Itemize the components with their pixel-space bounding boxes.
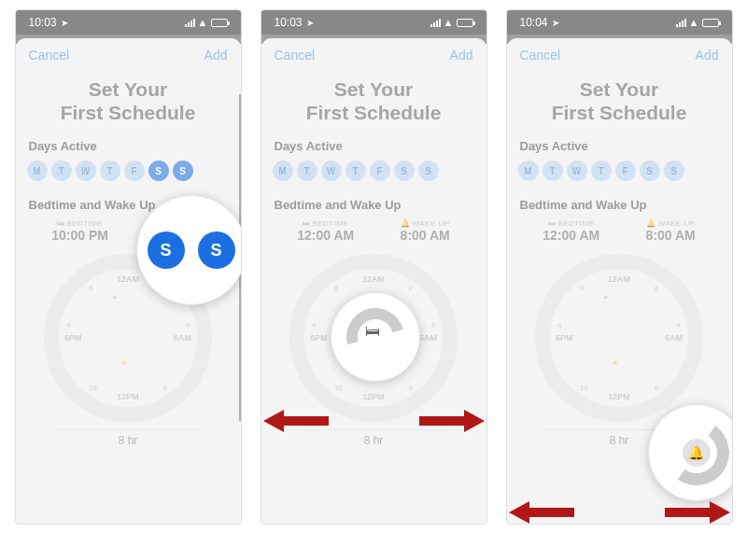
signal-icon — [430, 19, 441, 27]
wifi-icon: ▲ — [444, 17, 454, 28]
status-bar: 10:03 ➤ ▲ — [16, 10, 241, 35]
phone-panel-1: 10:03 ➤ ▲ Cancel Add Set Your First Sche… — [15, 9, 242, 525]
day-wed[interactable]: W — [76, 161, 96, 181]
drag-arrows — [507, 501, 732, 524]
sparkle-icon: ✦ — [602, 293, 610, 302]
day-mon[interactable]: M — [273, 161, 293, 181]
battery-icon — [211, 19, 228, 27]
day-thu[interactable]: T — [591, 161, 612, 181]
duration-label: 8 hr — [299, 429, 449, 451]
day-wed[interactable]: W — [567, 161, 587, 181]
bedtime-section-label: Bedtime and Wake Up — [261, 198, 486, 219]
wakeup-label: 🔔WAKE UP — [646, 219, 696, 228]
bedtime-label: 🛏BEDTIME — [51, 219, 108, 228]
cancel-button[interactable]: Cancel — [29, 48, 70, 63]
sheet: Cancel Add Set Your First Schedule Days … — [261, 38, 486, 524]
bell-icon: 🔔 — [646, 219, 656, 228]
status-time: 10:04 — [520, 16, 548, 29]
day-mon[interactable]: M — [518, 161, 539, 181]
day-sun[interactable]: S — [173, 161, 193, 181]
wifi-icon: ▲ — [198, 17, 208, 28]
days-row: M T W T F S S — [16, 161, 241, 198]
add-button[interactable]: Add — [696, 48, 719, 63]
day-sat[interactable]: S — [148, 161, 169, 181]
bedtime-label: 🛏BEDTIME — [297, 219, 354, 228]
svg-marker-2 — [509, 501, 574, 524]
sleep-clock[interactable]: 12AM 6AM 12PM 6PM 2481084 ✦ ☀ — [535, 254, 703, 422]
days-active-label: Days Active — [261, 139, 486, 161]
sun-icon: ☀ — [120, 358, 128, 368]
status-bar: 10:04 ➤ ▲ — [507, 10, 732, 35]
day-fri[interactable]: F — [370, 161, 390, 181]
add-button[interactable]: Add — [204, 48, 228, 63]
sparkle-icon: ✦ — [111, 293, 119, 302]
bedtime-value: 12:00 AM — [297, 228, 354, 243]
days-active-label: Days Active — [16, 139, 241, 161]
magnifier-wakeup-handle: 🔔 — [648, 404, 733, 501]
wakeup-label: 🔔WAKE UP — [401, 219, 450, 228]
day-sat[interactable]: S — [640, 161, 660, 181]
day-tue[interactable]: T — [51, 161, 72, 181]
day-thu[interactable]: T — [345, 161, 366, 181]
day-sun[interactable]: S — [418, 161, 439, 181]
bed-icon: 🛏 — [548, 219, 557, 228]
days-row: M T W T F S S — [261, 161, 486, 198]
day-fri[interactable]: F — [615, 161, 636, 181]
day-tue[interactable]: T — [543, 161, 563, 181]
day-sat[interactable]: S — [394, 161, 415, 181]
location-icon: ➤ — [61, 18, 68, 28]
page-title: Set Your First Schedule — [16, 72, 241, 139]
day-thu[interactable]: T — [100, 161, 120, 181]
days-row: M T W T F S S — [507, 161, 732, 198]
status-time: 10:03 — [29, 16, 57, 29]
svg-marker-0 — [263, 410, 329, 432]
battery-icon — [457, 19, 473, 27]
signal-icon — [185, 19, 195, 27]
location-icon: ➤ — [306, 18, 314, 28]
svg-marker-1 — [419, 410, 485, 432]
day-mon[interactable]: M — [27, 161, 48, 181]
svg-marker-3 — [665, 501, 730, 524]
day-sun-magnified[interactable]: S — [198, 231, 235, 269]
bedtime-value: 12:00 AM — [543, 228, 599, 243]
battery-icon — [702, 19, 719, 27]
status-bar: 10:03 ➤ ▲ — [261, 10, 486, 35]
day-wed[interactable]: W — [321, 161, 342, 181]
phone-panel-3: 10:04 ➤ ▲ Cancel Add Set Your First Sche… — [506, 9, 733, 525]
sun-icon: ☀ — [612, 358, 619, 368]
bedtime-label: 🛏BEDTIME — [543, 219, 599, 228]
sheet: Cancel Add Set Your First Schedule Days … — [16, 38, 241, 524]
drag-arrows — [261, 410, 486, 432]
day-sun[interactable]: S — [664, 161, 684, 181]
bed-icon: 🛏 — [57, 219, 65, 228]
duration-label: 8 hr — [53, 429, 204, 451]
bedtime-section-label: Bedtime and Wake Up — [507, 198, 732, 219]
bell-icon: 🔔 — [401, 219, 411, 228]
magnifier-bedtime-handle: 🛏 — [331, 292, 420, 382]
bedtime-value: 10:00 PM — [51, 228, 108, 243]
days-active-label: Days Active — [507, 139, 732, 161]
cancel-button[interactable]: Cancel — [520, 48, 561, 63]
magnifier-days: S S — [136, 195, 242, 305]
bed-icon: 🛏 — [303, 219, 311, 228]
wakeup-value: 8:00 AM — [646, 228, 696, 243]
bed-handle-icon[interactable]: 🛏 — [365, 323, 380, 340]
add-button[interactable]: Add — [450, 48, 473, 63]
day-fri[interactable]: F — [124, 161, 145, 181]
signal-icon — [676, 19, 686, 27]
wifi-icon: ▲ — [689, 17, 699, 28]
status-time: 10:03 — [275, 16, 303, 29]
bell-handle-icon[interactable]: 🔔 — [683, 439, 711, 467]
phone-panel-2: 10:03 ➤ ▲ Cancel Add Set Your First Sche… — [261, 9, 487, 525]
day-tue[interactable]: T — [297, 161, 317, 181]
location-icon: ➤ — [552, 18, 559, 28]
cancel-button[interactable]: Cancel — [275, 48, 316, 63]
day-sat-magnified[interactable]: S — [148, 231, 185, 269]
sheet: Cancel Add Set Your First Schedule Days … — [507, 38, 732, 524]
page-title: Set Your First Schedule — [507, 72, 732, 139]
page-title: Set Your First Schedule — [261, 72, 486, 139]
wakeup-value: 8:00 AM — [401, 228, 450, 243]
